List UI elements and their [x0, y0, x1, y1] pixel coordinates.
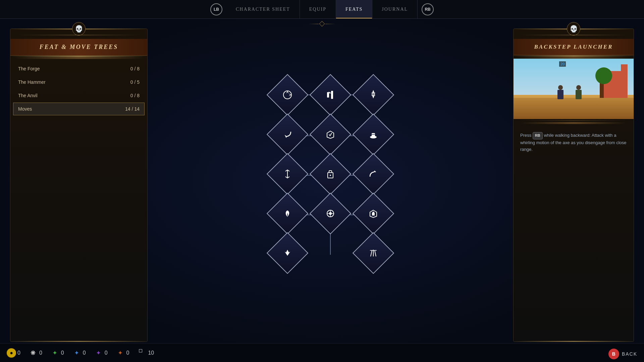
orange-icon: ✦	[116, 348, 125, 358]
svg-rect-19	[331, 91, 333, 99]
node-7-icon	[273, 160, 302, 188]
scene-enemy	[574, 85, 584, 99]
b-circle: B	[608, 349, 619, 359]
char-body	[557, 90, 564, 99]
node-9-icon	[359, 160, 387, 188]
scene: 20	[514, 59, 634, 119]
node-11-icon	[316, 199, 344, 228]
node-3-icon	[359, 81, 387, 109]
right-ornament-line	[520, 35, 627, 35]
green-icon: ✦	[50, 348, 60, 358]
right-panel-title: Backstep Launcher	[520, 44, 627, 50]
skill-item-the-forge[interactable]: The Forge 0 / 8	[13, 62, 145, 75]
bottom-bar: ● 0 ❋ 0 ✦ 0 ✦ 0 ✦ 0 ✦ 0 ◇ 10 B BACK	[0, 343, 644, 362]
node-2-icon	[316, 81, 344, 109]
panel-bottom-line	[10, 341, 147, 342]
tab-feats[interactable]: FEATS	[336, 0, 372, 18]
svg-line-30	[371, 250, 372, 256]
gold-icon: ●	[7, 348, 16, 358]
scene-trunk	[600, 82, 604, 99]
skill-item-the-hammer[interactable]: The Hammer 0 / 5	[13, 76, 145, 88]
node-4-icon	[273, 120, 302, 148]
node-5-icon	[316, 120, 344, 148]
node-8-icon	[316, 160, 344, 188]
skill-description: Press RB while walking backward: Attack …	[514, 125, 634, 160]
skill-item-the-anvil[interactable]: The Anvil 0 / 8	[13, 89, 145, 102]
char-head	[558, 85, 563, 90]
tab-journal[interactable]: JOURNAL	[372, 0, 418, 18]
right-panel: 💀 Backstep Launcher	[513, 28, 634, 342]
right-panel-title-bar: Backstep Launcher	[514, 39, 634, 55]
top-navigation: LB CHARACTER SHEET EQUIP FEATS JOURNAL R…	[0, 0, 644, 19]
purple-icon: ✦	[94, 348, 103, 358]
panel-skull-ornament: 💀	[72, 22, 86, 36]
scene-hp: 20	[559, 61, 566, 67]
resource-gold: ● 0	[7, 348, 20, 358]
svg-rect-18	[327, 92, 329, 98]
right-panel-divider	[520, 120, 627, 121]
lb-button[interactable]: LB	[210, 3, 222, 15]
rb-button[interactable]: RB	[422, 3, 434, 15]
enemy-head	[576, 85, 581, 90]
skill-tree	[154, 27, 506, 339]
svg-rect-23	[372, 133, 375, 137]
node-1-icon	[273, 81, 302, 109]
right-panel-bottom-line	[514, 341, 634, 342]
svg-point-26	[330, 175, 331, 176]
skill-key-badge: RB	[533, 132, 543, 139]
right-panel-skull: 💀	[567, 22, 580, 36]
resource-blue: ✦ 0	[72, 348, 86, 358]
resource-diamond: ◇ 10	[137, 348, 154, 358]
resource-green: ✦ 0	[50, 348, 64, 358]
panel-ornament-line	[17, 35, 141, 35]
scene-foliage	[595, 67, 612, 84]
svg-line-32	[375, 250, 376, 256]
resource-purple: ✦ 0	[94, 348, 108, 358]
skill-image: 20	[514, 59, 634, 119]
node-14-icon	[359, 239, 387, 267]
svg-point-28	[329, 212, 332, 215]
left-panel: 💀 Feat & Move Trees The Forge 0 / 8 The …	[10, 28, 148, 342]
left-panel-title-bar: Feat & Move Trees	[10, 39, 147, 56]
node-12-icon	[359, 199, 387, 228]
resource-white: ❋ 0	[29, 348, 42, 358]
node-6-icon	[359, 120, 387, 148]
tab-character-sheet[interactable]: CHARACTER SHEET	[226, 0, 300, 18]
skill-list: The Forge 0 / 8 The Hammer 0 / 5 The Anv…	[10, 59, 147, 119]
enemy-body	[576, 90, 582, 99]
resource-orange: ✦ 0	[116, 348, 129, 358]
node-10-icon	[273, 199, 302, 228]
blue-icon: ✦	[72, 348, 82, 358]
tab-equip[interactable]: EQUIP	[300, 0, 336, 18]
tree-grid	[267, 79, 394, 287]
scene-ground	[514, 98, 634, 119]
scene-pillar	[621, 64, 628, 98]
left-panel-title: Feat & Move Trees	[17, 44, 141, 51]
right-panel-divider2	[520, 122, 627, 124]
back-button[interactable]: B BACK	[608, 349, 637, 359]
skill-item-moves[interactable]: Moves 14 / 14	[13, 103, 145, 115]
back-label: BACK	[622, 351, 637, 357]
scene-character	[555, 85, 566, 99]
node-13-icon	[273, 239, 302, 267]
white-icon: ❋	[29, 348, 38, 358]
diamond-icon: ◇	[136, 346, 149, 360]
